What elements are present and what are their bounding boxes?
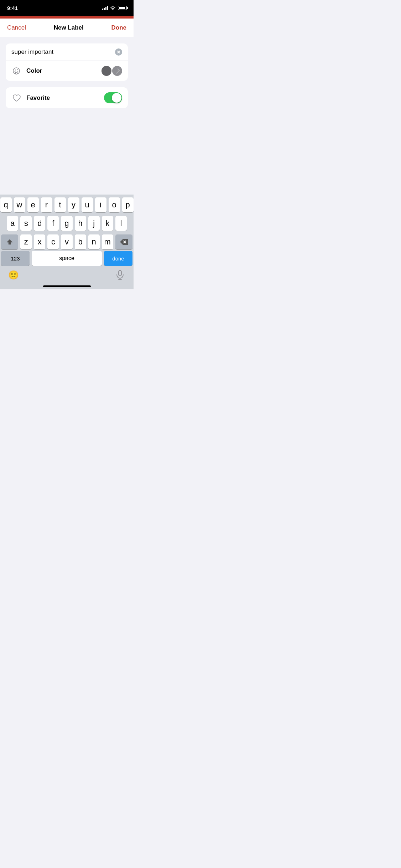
key-s[interactable]: s: [20, 216, 32, 231]
key-q[interactable]: q: [0, 197, 12, 212]
key-m[interactable]: m: [102, 234, 113, 249]
chevron-right-icon: [115, 68, 120, 74]
heart-icon: [11, 93, 21, 103]
svg-point-3: [17, 71, 18, 72]
microphone-button[interactable]: [114, 269, 126, 281]
palette-icon: [11, 66, 21, 76]
key-v[interactable]: v: [61, 234, 72, 249]
nav-bar: Cancel New Label Done: [0, 19, 134, 37]
key-f[interactable]: f: [47, 216, 59, 231]
key-i[interactable]: i: [95, 197, 106, 212]
key-r[interactable]: r: [41, 197, 52, 212]
keyboard-row-1: q w e r t y u i o p: [1, 197, 132, 212]
favorite-row: Favorite: [6, 87, 128, 108]
key-n[interactable]: n: [88, 234, 100, 249]
keyboard-done-key[interactable]: done: [104, 251, 132, 266]
keyboard-rows: q w e r t y u i o p a s d f g h j k l: [0, 195, 134, 251]
label-input-row: [6, 43, 128, 61]
svg-point-1: [15, 69, 16, 70]
color-circle-gray: [112, 66, 122, 76]
key-a[interactable]: a: [7, 216, 18, 231]
key-z[interactable]: z: [20, 234, 32, 249]
key-o[interactable]: o: [109, 197, 120, 212]
svg-point-0: [13, 68, 20, 74]
color-label: Color: [26, 67, 101, 74]
color-circle-dark: [101, 66, 111, 76]
key-x[interactable]: x: [34, 234, 45, 249]
label-input[interactable]: [11, 48, 115, 56]
red-accent-bar: [0, 16, 134, 19]
keyboard-extras: 🙂: [0, 267, 134, 283]
cancel-button[interactable]: Cancel: [7, 24, 26, 31]
key-h[interactable]: h: [75, 216, 86, 231]
toggle-knob: [112, 93, 121, 103]
key-t[interactable]: t: [54, 197, 66, 212]
favorite-label: Favorite: [26, 94, 104, 102]
keyboard-row-2: a s d f g h j k l: [1, 216, 132, 231]
shift-key[interactable]: [1, 234, 18, 249]
keyboard-row-3: z x c v b n m: [1, 234, 132, 249]
svg-point-2: [17, 69, 17, 70]
backspace-key[interactable]: [115, 234, 132, 249]
label-card: Color: [6, 43, 128, 81]
key-d[interactable]: d: [34, 216, 45, 231]
number-key[interactable]: 123: [1, 251, 30, 266]
key-p[interactable]: p: [122, 197, 134, 212]
status-icons: [102, 6, 128, 10]
emoji-button[interactable]: 🙂: [7, 269, 20, 281]
key-l[interactable]: l: [115, 216, 127, 231]
key-g[interactable]: g: [61, 216, 72, 231]
signal-icon: [102, 6, 108, 10]
keyboard: q w e r t y u i o p a s d f g h j k l: [0, 195, 134, 289]
key-k[interactable]: k: [102, 216, 113, 231]
key-e[interactable]: e: [27, 197, 39, 212]
key-u[interactable]: u: [82, 197, 93, 212]
status-time: 9:41: [7, 5, 18, 11]
key-c[interactable]: c: [47, 234, 59, 249]
home-bar: [43, 285, 91, 287]
clear-input-button[interactable]: [115, 48, 122, 56]
favorite-card: Favorite: [6, 87, 128, 108]
key-w[interactable]: w: [14, 197, 25, 212]
color-row[interactable]: Color: [6, 61, 128, 81]
done-button[interactable]: Done: [111, 24, 126, 31]
battery-icon: [118, 6, 128, 10]
key-y[interactable]: y: [68, 197, 79, 212]
svg-point-4: [15, 71, 15, 72]
wifi-icon: [110, 6, 116, 10]
key-b[interactable]: b: [75, 234, 86, 249]
favorite-toggle[interactable]: [104, 92, 122, 103]
form-content: Color Favorite: [0, 37, 134, 115]
status-bar: 9:41: [0, 0, 134, 16]
svg-rect-5: [119, 270, 121, 276]
keyboard-bottom-row: 123 space done: [0, 251, 134, 267]
nav-title: New Label: [54, 24, 84, 31]
color-circles: [101, 66, 122, 76]
key-j[interactable]: j: [88, 216, 100, 231]
home-indicator: [0, 283, 134, 289]
space-key[interactable]: space: [32, 251, 102, 266]
